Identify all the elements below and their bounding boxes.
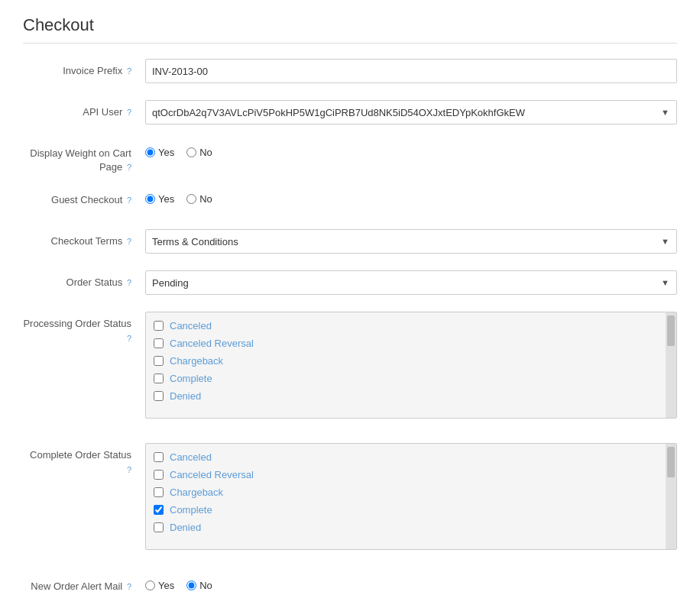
api-user-control: qtOcrDbA2q7V3AVLcPiV5PokHP5W1gCiPRB7Ud8N… xyxy=(145,100,677,124)
checkout-terms-select-wrap: Terms & Conditions None ▼ xyxy=(145,229,677,254)
display-weight-help-icon[interactable]: ? xyxy=(127,163,131,172)
new-order-alert-yes-label[interactable]: Yes xyxy=(145,580,174,591)
list-item: Canceled Reversal xyxy=(154,466,661,483)
display-weight-label: Display Weight on Cart Page ? xyxy=(23,141,145,174)
list-item: Chargeback xyxy=(154,352,661,370)
processing-complete-label: Complete xyxy=(170,373,212,384)
order-status-label: Order Status ? xyxy=(23,270,145,289)
new-order-alert-yes-radio[interactable] xyxy=(145,580,155,590)
new-order-alert-help-icon[interactable]: ? xyxy=(127,582,131,591)
processing-canceled-reversal-checkbox[interactable] xyxy=(154,338,164,348)
complete-canceled-reversal-label: Canceled Reversal xyxy=(170,469,254,480)
new-order-alert-no-radio[interactable] xyxy=(186,580,196,590)
display-weight-yes-radio[interactable] xyxy=(145,147,155,157)
complete-chargeback-label: Chargeback xyxy=(170,487,223,498)
processing-denied-checkbox[interactable] xyxy=(154,391,164,401)
list-item: Denied xyxy=(154,387,661,405)
guest-checkout-yes-label[interactable]: Yes xyxy=(145,193,174,205)
complete-complete-label: Complete xyxy=(170,504,212,516)
display-weight-no-label[interactable]: No xyxy=(186,147,212,158)
complete-order-status-inner: Canceled Canceled Reversal Chargeback Co… xyxy=(146,444,676,541)
complete-complete-checkbox[interactable] xyxy=(154,505,164,515)
checkout-terms-label: Checkout Terms ? xyxy=(23,229,145,248)
guest-checkout-no-label[interactable]: No xyxy=(186,193,212,205)
processing-order-status-inner: Canceled Canceled Reversal Chargeback Co… xyxy=(146,312,676,409)
api-user-row: API User ? qtOcrDbA2q7V3AVLcPiV5PokHP5W1… xyxy=(23,100,677,128)
invoice-prefix-input[interactable] xyxy=(145,59,677,83)
display-weight-row: Display Weight on Cart Page ? Yes No xyxy=(23,141,677,174)
guest-checkout-yes-radio[interactable] xyxy=(145,194,155,204)
complete-order-status-multiselect[interactable]: Canceled Canceled Reversal Chargeback Co… xyxy=(145,443,677,550)
display-weight-control: Yes No xyxy=(145,141,677,158)
list-item: Canceled xyxy=(154,448,661,466)
processing-complete-checkbox[interactable] xyxy=(154,373,164,383)
api-user-help-icon[interactable]: ? xyxy=(127,108,131,117)
processing-chargeback-label: Chargeback xyxy=(170,355,223,367)
order-status-select-wrap: Pending Processing Complete Canceled ▼ xyxy=(145,270,677,295)
complete-order-status-row: Complete Order Status ? Canceled Cancele… xyxy=(23,443,677,550)
guest-checkout-no-radio[interactable] xyxy=(186,194,196,204)
checkout-terms-select[interactable]: Terms & Conditions None xyxy=(145,229,677,254)
api-user-label: API User ? xyxy=(23,100,145,119)
list-item: Denied xyxy=(154,519,661,536)
invoice-prefix-label: Invoice Prefix ? xyxy=(23,59,145,78)
guest-checkout-label: Guest Checkout ? xyxy=(23,188,145,207)
complete-order-status-help-icon[interactable]: ? xyxy=(127,465,131,474)
order-status-control: Pending Processing Complete Canceled ▼ xyxy=(145,270,677,295)
complete-order-status-control: Canceled Canceled Reversal Chargeback Co… xyxy=(145,443,677,550)
processing-canceled-reversal-label: Canceled Reversal xyxy=(170,338,254,349)
checkout-terms-help-icon[interactable]: ? xyxy=(127,237,131,246)
processing-scrollbar-track xyxy=(666,312,676,418)
checkout-terms-control: Terms & Conditions None ▼ xyxy=(145,229,677,254)
complete-denied-label: Denied xyxy=(170,522,201,533)
list-item: Canceled Reversal xyxy=(154,335,661,352)
complete-scrollbar-track xyxy=(666,444,676,549)
complete-canceled-label: Canceled xyxy=(170,451,212,463)
new-order-alert-no-label[interactable]: No xyxy=(186,580,212,591)
invoice-prefix-control xyxy=(145,59,677,83)
order-status-row: Order Status ? Pending Processing Comple… xyxy=(23,270,677,298)
processing-denied-label: Denied xyxy=(170,390,201,402)
order-status-help-icon[interactable]: ? xyxy=(127,278,131,287)
processing-canceled-checkbox[interactable] xyxy=(154,321,164,331)
processing-order-status-control: Canceled Canceled Reversal Chargeback Co… xyxy=(145,312,677,419)
processing-order-status-row: Processing Order Status ? Canceled Cance… xyxy=(23,312,677,419)
invoice-prefix-row: Invoice Prefix ? xyxy=(23,59,677,86)
display-weight-radio-group: Yes No xyxy=(145,141,677,158)
checkout-terms-row: Checkout Terms ? Terms & Conditions None… xyxy=(23,229,677,257)
new-order-alert-control: Yes No xyxy=(145,574,677,591)
api-user-select-wrap: qtOcrDbA2q7V3AVLcPiV5PokHP5W1gCiPRB7Ud8N… xyxy=(145,100,677,124)
complete-canceled-checkbox[interactable] xyxy=(154,452,164,462)
new-order-alert-label: New Order Alert Mail ? xyxy=(23,574,145,593)
guest-checkout-control: Yes No xyxy=(145,188,677,205)
list-item: Chargeback xyxy=(154,483,661,501)
display-weight-yes-label[interactable]: Yes xyxy=(145,147,174,158)
list-item: Canceled xyxy=(154,317,661,335)
list-item: Complete xyxy=(154,370,661,387)
section-divider xyxy=(23,43,677,44)
invoice-prefix-help-icon[interactable]: ? xyxy=(127,66,131,76)
display-weight-no-radio[interactable] xyxy=(186,147,196,157)
list-item: Complete xyxy=(154,501,661,519)
processing-scrollbar-thumb[interactable] xyxy=(667,315,675,346)
processing-order-status-multiselect[interactable]: Canceled Canceled Reversal Chargeback Co… xyxy=(145,312,677,419)
complete-denied-checkbox[interactable] xyxy=(154,522,164,532)
guest-checkout-help-icon[interactable]: ? xyxy=(127,196,131,205)
complete-canceled-reversal-checkbox[interactable] xyxy=(154,470,164,480)
guest-checkout-row: Guest Checkout ? Yes No xyxy=(23,188,677,215)
complete-chargeback-checkbox[interactable] xyxy=(154,487,164,497)
processing-canceled-label: Canceled xyxy=(170,320,212,331)
page-title: Checkout xyxy=(23,15,677,35)
processing-order-status-label: Processing Order Status ? xyxy=(23,312,145,344)
complete-order-status-label: Complete Order Status ? xyxy=(23,443,145,476)
processing-order-status-help-icon[interactable]: ? xyxy=(127,334,131,343)
api-user-select[interactable]: qtOcrDbA2q7V3AVLcPiV5PokHP5W1gCiPRB7Ud8N… xyxy=(145,100,677,124)
complete-scrollbar-thumb[interactable] xyxy=(667,447,675,477)
processing-chargeback-checkbox[interactable] xyxy=(154,356,164,366)
new-order-alert-row: New Order Alert Mail ? Yes No xyxy=(23,574,677,595)
order-status-select[interactable]: Pending Processing Complete Canceled xyxy=(145,270,677,295)
new-order-alert-radio-group: Yes No xyxy=(145,574,677,591)
guest-checkout-radio-group: Yes No xyxy=(145,188,677,205)
